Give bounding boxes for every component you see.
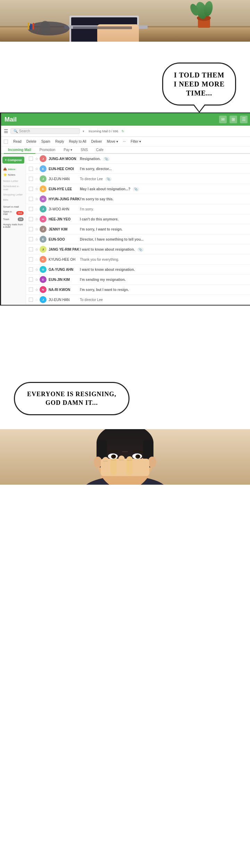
email-subject: I'm sorry, but I want to resign. [80, 288, 248, 292]
email-checkbox[interactable] [29, 187, 33, 191]
email-list-main: ☆ J JUNG-AH MOON Resignation. 📎 ☆ E EUN-… [26, 154, 250, 305]
email-checkbox[interactable] [29, 237, 33, 241]
star-icon[interactable]: ☆ [35, 258, 38, 261]
email-checkbox[interactable] [29, 177, 33, 181]
email-sender: KYUNG-HEE OH [49, 258, 80, 261]
desk-illustration [0, 0, 250, 42]
star-icon[interactable]: ☆ [35, 278, 38, 282]
email-row[interactable]: ☆ J JU-EUN HAN To director Lee [26, 295, 250, 305]
reply-button[interactable]: Reply [53, 139, 66, 144]
email-checkbox[interactable] [29, 197, 33, 201]
email-checkbox[interactable] [29, 298, 33, 302]
star-icon[interactable]: ☆ [35, 268, 38, 272]
email-tabs: Incoming Mail Promotion Pay ▾ SNS Cafe [1, 147, 250, 154]
speech-text-1: I TOLD THEM I NEED MORE TIME... [174, 71, 225, 97]
menu-icon[interactable]: ☰ [240, 116, 248, 123]
email-row[interactable]: ☆ H HYUN-JUNG PARK I'm sorry to say this… [26, 194, 250, 204]
tab-cafe[interactable]: Cafe [92, 147, 108, 154]
email-row[interactable]: ☆ E EUN-HEE CHOI I'm sorry, director... [26, 164, 250, 174]
envelope-icon[interactable]: ✉ [219, 116, 227, 123]
move-button[interactable]: Move ▾ [105, 139, 120, 144]
email-row[interactable]: ☆ J JENNY KIM I'm sorry, I want to resig… [26, 224, 250, 234]
email-list: ☆ J JUNG-AH MOON Resignation. 📎 ☆ E EUN-… [26, 154, 250, 305]
more-button[interactable]: ··· [121, 139, 127, 144]
spam-button[interactable]: Spam [40, 139, 52, 144]
sidebar-item-notes[interactable]: ⭐ Notes [2, 172, 24, 177]
email-subject: I'm sorry, director... [80, 167, 248, 171]
email-checkbox[interactable] [29, 167, 33, 171]
sidebar-item-smart-email[interactable]: Smart e-mail [2, 204, 24, 209]
star-icon[interactable]: ☆ [35, 288, 38, 292]
email-row[interactable]: ☆ E EUN-SOO Director, I have something t… [26, 234, 250, 244]
email-sender: GA-YUNG AHN [49, 268, 80, 272]
email-subject: I want to know about resignation. 📎 [80, 248, 248, 251]
star-icon[interactable]: ☆ [35, 167, 38, 171]
email-subject: Director, I have something to tell you..… [80, 237, 248, 241]
email-row[interactable]: ☆ G GA-YUNG AHN I want to know about res… [26, 265, 250, 275]
reply-all-button[interactable]: Reply to All [67, 139, 88, 144]
email-checkbox[interactable] [29, 247, 33, 251]
grid-icon[interactable]: ⊞ [230, 116, 237, 123]
search-dropdown-icon[interactable]: ▾ [83, 130, 84, 133]
email-row[interactable]: ☆ J JANG YE-RIM PAK I want to know about… [26, 244, 250, 254]
deliver-button[interactable]: Deliver [90, 139, 104, 144]
email-checkbox[interactable] [29, 157, 33, 161]
email-row[interactable]: ☆ H HEE-JIN YEO I can't do this anymore. [26, 214, 250, 224]
delete-button[interactable]: Delete [25, 139, 38, 144]
star-icon[interactable]: ☆ [35, 298, 38, 302]
email-checkbox[interactable] [29, 277, 33, 282]
star-icon[interactable]: ☆ [35, 187, 38, 191]
avatar: H [40, 195, 47, 202]
star-icon[interactable]: ☆ [35, 217, 38, 221]
star-icon[interactable]: ☆ [35, 157, 38, 161]
sidebar-item-trash[interactable]: Trash 24 [2, 216, 24, 222]
sidebar-item-inbox[interactable]: 📥 Inbox [2, 166, 24, 172]
email-sender: JENNY KIM [49, 227, 80, 231]
email-row[interactable]: ☆ J JUNG-AH MOON Resignation. 📎 [26, 154, 250, 164]
search-bar[interactable]: 🔍 Search [10, 128, 80, 134]
email-subject: To director Lee [80, 298, 248, 302]
email-sender: JANG YE-RIM PAK [49, 248, 80, 251]
sidebar-item-spam[interactable]: Spam e-mail 394 [2, 209, 24, 216]
email-row[interactable]: ☆ K KYUNG-HEE OH Thank you for everythin… [26, 254, 250, 265]
email-sender: EUN-HYE LEE [49, 187, 80, 191]
tab-pay[interactable]: Pay ▾ [59, 147, 76, 154]
email-checkbox[interactable] [29, 207, 33, 211]
select-all-checkbox[interactable] [4, 140, 8, 144]
hamburger-icon[interactable]: ☰ [4, 128, 8, 134]
email-checkbox[interactable] [29, 267, 33, 272]
avatar: J [40, 296, 47, 303]
star-icon[interactable]: ☆ [35, 207, 38, 211]
star-icon[interactable]: ☆ [35, 197, 38, 201]
compose-button[interactable]: + Compose [2, 157, 24, 164]
read-button[interactable]: Read [11, 139, 23, 144]
email-row[interactable]: ☆ J JI-WOO AHN I'm sorry. [26, 204, 250, 214]
refresh-icon[interactable]: ↻ [122, 130, 124, 133]
svg-rect-15 [28, 23, 29, 30]
email-row[interactable]: ☆ J JU-EUN HAN To director Lee 📎 [26, 174, 250, 184]
tab-incoming-mail[interactable]: Incoming Mail [4, 147, 35, 154]
search-icon: 🔍 [14, 129, 18, 133]
email-row[interactable]: ☆ N NA-RI KWON I'm sorry, but I want to … [26, 285, 250, 295]
email-subject: Thank you for everything. [80, 258, 248, 261]
star-icon[interactable]: ☆ [35, 177, 38, 181]
svg-point-7 [40, 21, 50, 35]
sidebar-item-hungry[interactable]: Hungry mails from a dude [2, 222, 24, 229]
email-checkbox[interactable] [29, 257, 33, 261]
tab-sns[interactable]: SNS [76, 147, 92, 154]
email-checkbox[interactable] [29, 287, 33, 292]
email-row[interactable]: ☆ E EUN-HYE LEE May I ask about resignat… [26, 184, 250, 194]
star-icon[interactable]: ☆ [35, 227, 38, 231]
filter-button[interactable]: Filter ▾ [129, 139, 143, 144]
avatar: J [40, 155, 47, 162]
email-row[interactable]: ☆ E EUN-JIN KIM I'm sending my resignati… [26, 275, 250, 285]
star-icon[interactable]: ☆ [35, 237, 38, 241]
tab-promotion[interactable]: Promotion [35, 147, 60, 154]
email-subject: To director Lee 📎 [80, 177, 248, 181]
avatar: J [40, 246, 47, 253]
email-app-title: Mail [5, 116, 17, 123]
email-checkbox[interactable] [29, 217, 33, 221]
email-checkbox[interactable] [29, 227, 33, 231]
star-icon[interactable]: ☆ [35, 248, 38, 251]
avatar: E [40, 165, 47, 172]
